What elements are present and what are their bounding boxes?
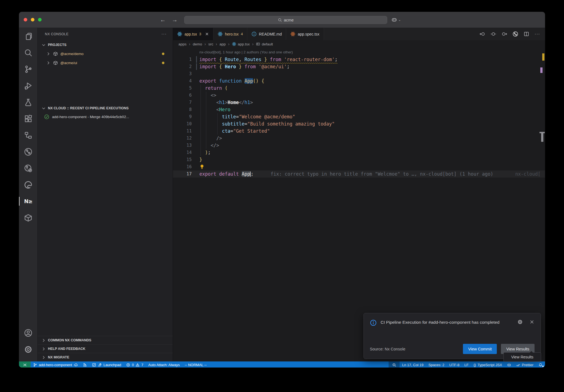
indentation-item[interactable]: Spaces: 2 (426, 361, 447, 368)
code-line-2[interactable]: 2import { Hero } from '@acme/ui'; (173, 63, 545, 70)
code-line-7[interactable]: 7 <h1>Home</h1> (173, 99, 545, 106)
eol-item[interactable]: LF (462, 361, 471, 368)
notification-close-icon[interactable] (529, 319, 535, 325)
git-blame-codelens[interactable]: nx-cloud[bot], 1 hour ago | 2 authors (Y… (173, 48, 545, 56)
source-control-extra-item[interactable] (80, 361, 90, 368)
code-line-11[interactable]: 11 cta="Get Started" (173, 127, 545, 135)
code-line-17[interactable]: 17export default App;fix: correct typo i… (173, 170, 545, 178)
status-text: Launchpad (104, 363, 121, 367)
more-actions-icon[interactable]: ··· (535, 31, 540, 37)
projects-section-header[interactable]: PROJECTS (38, 40, 173, 49)
copilot-menu[interactable]: ⌄ (391, 17, 401, 23)
language-item[interactable]: {}TypeScript JSX (471, 361, 505, 368)
project-hierarchy-icon[interactable] (19, 127, 37, 143)
code-line-12[interactable]: 12 /> (173, 135, 545, 142)
breadcrumb-item-demo[interactable]: demo (193, 42, 202, 46)
sidebar-section-help-and-feedback[interactable]: HELP AND FEEDBACK (38, 344, 173, 353)
code-line-15[interactable]: 15} (173, 156, 545, 163)
tab-hero.tsx[interactable]: hero.tsx4 (213, 28, 247, 40)
title-bar: ← → acme ⌄ (19, 12, 545, 28)
breadcrumb-item-app[interactable]: app (219, 42, 226, 46)
project-row[interactable]: @acme/demo (38, 49, 173, 58)
notification-settings-gear-icon[interactable] (517, 319, 523, 325)
more-actions-icon[interactable]: ··· (161, 32, 167, 37)
code-line-6[interactable]: 6 <> (173, 92, 545, 99)
formatter-item[interactable]: Prettier (514, 361, 536, 368)
pipeline-execution-row[interactable]: add-hero-component - Merge 409b44e5cb02.… (38, 113, 173, 121)
gitlens-icon[interactable] (19, 160, 37, 176)
copilot-icon (391, 17, 397, 23)
breadcrumb-item-app.tsx[interactable]: app.tsx (232, 42, 250, 46)
scm-graph-icon[interactable] (19, 143, 37, 160)
breadcrumb-item-src[interactable]: src (208, 42, 213, 46)
nav-forward-circle-icon[interactable] (501, 31, 507, 37)
source-control-icon[interactable] (19, 61, 37, 77)
git-branch-item[interactable]: add-hero-component (31, 361, 80, 368)
tab-close-icon[interactable] (205, 32, 209, 36)
scm-graph-action-icon[interactable] (513, 31, 518, 37)
breadcrumb-item-apps[interactable]: apps (178, 42, 186, 46)
code-line-3[interactable]: 3 (173, 70, 545, 77)
chevron-right-icon (41, 347, 46, 351)
testing-icon[interactable] (19, 94, 37, 110)
code-line-5[interactable]: 5 return ( (173, 85, 545, 92)
notifications-bell[interactable] (536, 361, 545, 368)
search-icon[interactable] (19, 44, 37, 61)
nx-console-sidebar: NX CONSOLE ··· PROJECTS @acme/demo@acme/… (37, 28, 173, 361)
breadcrumb-item-default[interactable]: default (256, 42, 273, 46)
run-debug-icon[interactable] (19, 77, 37, 94)
status-text: Ln 17, Col 19 (402, 363, 423, 367)
maximize-window-button[interactable] (38, 18, 42, 21)
cursor-position-item[interactable]: Ln 17, Col 19 (400, 361, 426, 368)
minimize-window-button[interactable] (31, 18, 34, 21)
close-window-button[interactable] (24, 18, 27, 21)
lightbulb-icon[interactable] (199, 163, 205, 169)
code-line-16[interactable]: 16 (173, 163, 545, 170)
warning-icon (135, 363, 140, 367)
launchpad-item[interactable]: Launchpad (90, 361, 124, 368)
history-back-icon[interactable]: ← (160, 17, 166, 23)
sidebar-section-nx-migrate[interactable]: NX MIGRATE (38, 353, 173, 361)
extensions-icon[interactable] (19, 110, 37, 127)
encoding-item[interactable]: UTF-8 (447, 361, 462, 368)
breadcrumb-separator: › (252, 42, 254, 46)
remote-icon (23, 363, 27, 367)
code-line-9[interactable]: 9 title="Welcome @acme/demo" (173, 113, 545, 120)
account-icon[interactable] (19, 325, 37, 341)
code-line-14[interactable]: 14 ); (173, 149, 545, 156)
nx-console-icon[interactable]: N≥ (19, 193, 37, 209)
remote-indicator[interactable] (19, 361, 31, 368)
split-editor-icon[interactable] (524, 31, 529, 37)
nav-back-circle-icon[interactable] (479, 31, 485, 37)
code-line-13[interactable]: 13 </> (173, 142, 545, 149)
copilot-item[interactable] (505, 361, 514, 368)
problems-item[interactable]: 07 (124, 361, 146, 368)
pipeline-execution-label: add-hero-component - Merge 409b44e5cb02.… (52, 115, 129, 119)
command-center-search[interactable]: acme (184, 16, 387, 24)
code-line-10[interactable]: 10 subtitle="Build something amazing tod… (173, 120, 545, 127)
status-text: TypeScript JSX (478, 363, 502, 367)
package-icon[interactable] (19, 209, 37, 226)
zoom-item[interactable] (389, 361, 400, 368)
code-line-8[interactable]: 8 <Hero (173, 106, 545, 113)
notification-message: CI Pipeline Execution for #add-hero-comp… (381, 319, 509, 326)
code-line-1[interactable]: 1import { Route, Routes } from 'react-ro… (173, 56, 545, 63)
react-icon (290, 31, 295, 37)
settings-gear-icon[interactable] (19, 341, 37, 358)
tab-app.tsx[interactable]: app.tsx3 (173, 28, 213, 40)
chevron-down-icon (41, 43, 46, 47)
tab-app.spec.tsx[interactable]: app.spec.tsx (286, 28, 324, 40)
nx-cloud-section-header[interactable]: NX CLOUD :: RECENT CI PIPELINE EXECUTION… (38, 104, 173, 113)
tab-README.md[interactable]: README.md (247, 28, 286, 40)
explorer-icon[interactable] (19, 28, 37, 44)
project-row[interactable]: @acme/ui (38, 58, 173, 67)
nav-dot-circle-icon[interactable] (490, 31, 496, 37)
view-commit-button[interactable]: View Commit (463, 344, 497, 354)
search-value: acme (284, 18, 294, 22)
code-line-4[interactable]: 4export function App() { (173, 77, 545, 85)
sidebar-section-common-nx-commands[interactable]: COMMON NX COMMANDS (38, 336, 173, 344)
edge-browser-icon[interactable] (19, 176, 37, 193)
auto-attach-item[interactable]: Auto Attach: Always (146, 361, 182, 368)
history-forward-icon[interactable]: → (172, 17, 178, 23)
vim-mode-item[interactable]: -- NORMAL -- (182, 361, 209, 368)
